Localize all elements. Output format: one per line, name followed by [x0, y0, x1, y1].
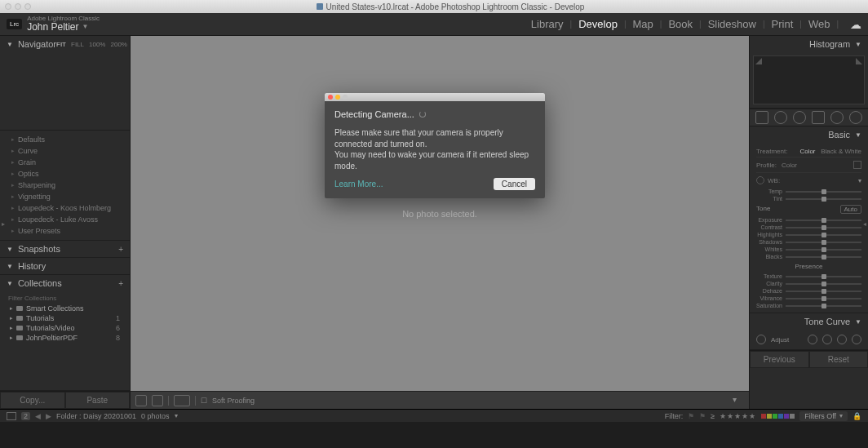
compare-view-icon[interactable] — [152, 395, 163, 406]
slider-dehaze[interactable]: Dehaze — [756, 287, 861, 295]
spot-removal-icon[interactable] — [774, 111, 787, 124]
identity-menu-icon[interactable]: ▼ — [82, 24, 89, 31]
learn-more-link[interactable]: Learn More... — [334, 180, 383, 189]
right-panel-toggle[interactable]: ◂ — [861, 212, 868, 237]
source-menu-icon[interactable]: ▾ — [175, 412, 178, 419]
graduated-filter-icon[interactable] — [812, 111, 825, 124]
adjustment-brush-icon[interactable] — [849, 111, 862, 124]
before-after-icon[interactable] — [174, 395, 190, 406]
slider-contrast[interactable]: Contrast — [756, 224, 861, 231]
tc-g-icon[interactable] — [822, 335, 832, 344]
slider-clarity[interactable]: Clarity — [756, 280, 861, 287]
slider-vibrance[interactable]: Vibrance — [756, 295, 861, 302]
collection-item[interactable]: ▸Tutorials1 — [0, 313, 130, 323]
zoom-fit[interactable]: FIT — [56, 41, 66, 48]
color-label-filter[interactable] — [761, 414, 795, 419]
loupe-view-icon[interactable] — [135, 395, 147, 406]
collection-item[interactable]: ▸JohnPeltierPDF8 — [0, 333, 130, 343]
module-web[interactable]: Web — [808, 18, 830, 30]
redeye-tool-icon[interactable] — [793, 111, 806, 124]
profile-value[interactable]: Color — [782, 162, 797, 169]
wb-picker-icon[interactable] — [756, 176, 764, 184]
color-label-swatch[interactable] — [778, 414, 783, 419]
crop-tool-icon[interactable] — [755, 111, 768, 124]
tc-b-icon[interactable] — [837, 335, 847, 344]
snapshots-header[interactable]: ▼ Snapshots + — [0, 241, 130, 257]
preset-group[interactable]: Loupedeck - Luke Avoss — [0, 214, 130, 225]
module-develop[interactable]: Develop — [578, 18, 618, 30]
collections-header[interactable]: ▼ Collections + — [0, 275, 130, 291]
slider-blacks[interactable]: Blacks — [756, 253, 861, 260]
previous-button[interactable]: Previous — [750, 351, 809, 368]
preset-group[interactable]: Defaults — [0, 134, 130, 145]
color-label-swatch[interactable] — [773, 414, 777, 419]
module-slideshow[interactable]: Slideshow — [708, 18, 756, 30]
preset-group[interactable]: Loupedeck - Koos Holmberg — [0, 202, 130, 214]
grid-index[interactable]: 2 — [21, 412, 30, 420]
module-library[interactable]: Library — [531, 18, 564, 30]
color-label-swatch[interactable] — [784, 414, 789, 419]
preset-group[interactable]: Optics — [0, 168, 130, 180]
slider-shadows[interactable]: Shadows — [756, 238, 861, 246]
preset-group[interactable]: Curve — [0, 145, 130, 157]
preset-group[interactable]: Sharpening — [0, 180, 130, 191]
filmstrip[interactable] — [0, 422, 868, 448]
reset-button[interactable]: Reset — [809, 351, 869, 368]
soft-proofing-toggle[interactable]: Soft Proofing — [212, 397, 255, 405]
copy-button[interactable]: Copy... — [0, 392, 65, 409]
shadow-clip-icon[interactable] — [755, 58, 762, 64]
collection-item[interactable]: ▸Tutorials/Video6 — [0, 323, 130, 333]
dialog-close-icon[interactable] — [328, 95, 333, 100]
tone-curve-header[interactable]: Tone Curve ▼ — [750, 313, 868, 330]
left-panel-toggle[interactable]: ▸ — [0, 212, 7, 237]
color-label-swatch[interactable] — [761, 414, 766, 419]
filter-lock-icon[interactable]: 🔒 — [852, 412, 861, 420]
preset-group[interactable]: Vignetting — [0, 191, 130, 202]
tc-r-icon[interactable] — [808, 335, 817, 344]
traffic-zoom-icon[interactable] — [24, 3, 31, 10]
module-print[interactable]: Print — [772, 18, 794, 30]
radial-filter-icon[interactable] — [830, 111, 844, 124]
zoom-100%[interactable]: 100% — [89, 41, 105, 48]
secondary-display-icon[interactable] — [7, 412, 16, 420]
color-label-swatch[interactable] — [767, 414, 772, 419]
add-snapshot-icon[interactable]: + — [118, 245, 123, 254]
auto-button[interactable]: Auto — [840, 205, 861, 214]
zoom-200%[interactable]: 200% — [110, 41, 126, 48]
rating-filter[interactable]: ★★★★★ — [720, 412, 756, 420]
source-path[interactable]: Folder : Daisy 20201001 — [56, 412, 136, 420]
highlight-clip-icon[interactable] — [856, 58, 862, 64]
preset-group[interactable]: User Presets — [0, 225, 130, 237]
histogram-display[interactable] — [753, 55, 865, 104]
toolbar-menu-icon[interactable]: ▾ — [733, 395, 744, 406]
slider-temp[interactable]: Temp — [756, 188, 861, 195]
navigator-zoom[interactable]: FITFILL100%200% — [56, 41, 127, 48]
slider-saturation[interactable]: Saturation — [756, 302, 861, 309]
module-book[interactable]: Book — [668, 18, 693, 30]
slider-tint[interactable]: Tint — [756, 195, 861, 202]
profile-browser-icon[interactable] — [853, 161, 861, 169]
treatment-color[interactable]: Color — [799, 148, 815, 155]
tc-all-icon[interactable] — [852, 335, 861, 344]
nav-back-icon[interactable]: ◀ — [35, 412, 41, 420]
zoom-fill[interactable]: FILL — [71, 41, 84, 48]
cloud-sync-icon[interactable]: ☁ — [850, 18, 861, 31]
collections-filter[interactable]: Filter Collections — [0, 293, 130, 304]
basic-header[interactable]: Basic ▼ — [750, 126, 868, 143]
module-map[interactable]: Map — [633, 18, 653, 30]
paste-button[interactable]: Paste — [65, 392, 131, 409]
treatment-bw[interactable]: Black & White — [821, 148, 861, 155]
traffic-close-icon[interactable] — [5, 3, 11, 10]
slider-whites[interactable]: Whites — [756, 246, 861, 253]
slider-highlights[interactable]: Highlights — [756, 231, 861, 238]
navigator-preview[interactable] — [0, 52, 130, 130]
history-header[interactable]: ▼ History — [0, 258, 130, 274]
filters-toggle[interactable]: Filters Off ▾ — [799, 411, 848, 421]
slider-exposure[interactable]: Exposure — [756, 216, 861, 224]
collection-item[interactable]: ▸Smart Collections — [0, 304, 130, 313]
nav-fwd-icon[interactable]: ▶ — [46, 412, 51, 420]
flag-pick-icon[interactable]: ⚑ — [688, 412, 694, 420]
color-label-swatch[interactable] — [790, 414, 795, 419]
traffic-minimize-icon[interactable] — [15, 3, 21, 10]
tone-curve-target-icon[interactable] — [756, 335, 766, 344]
